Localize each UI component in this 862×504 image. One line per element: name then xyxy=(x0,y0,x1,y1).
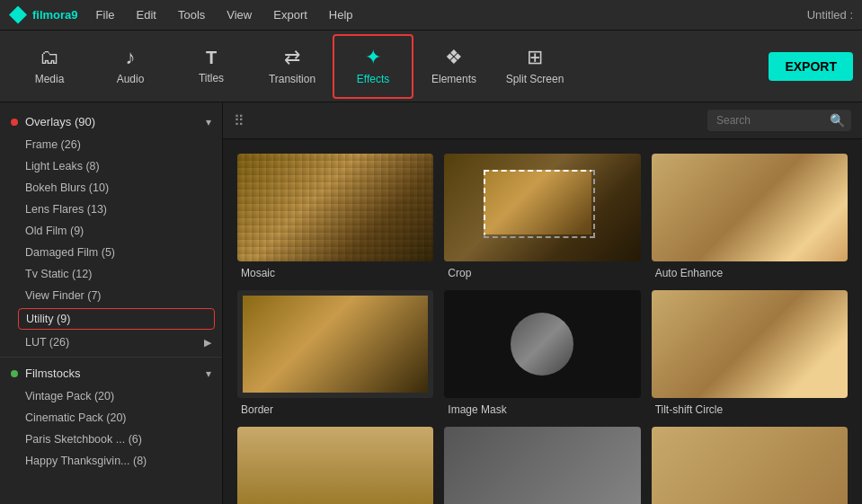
menu-export[interactable]: Export xyxy=(270,6,311,23)
menu-view[interactable]: View xyxy=(223,6,255,23)
content-area: ⠿ 🔍 Mosaic Crop Auto Enhance xyxy=(223,102,862,504)
overlays-chevron: ▾ xyxy=(206,116,211,128)
toolbar: 🗂 Media ♪ Audio T Titles ⇄ Transition ✦ … xyxy=(0,31,862,102)
effect-label-crop: Crop xyxy=(444,267,471,279)
overlays-dot xyxy=(11,119,18,126)
titles-icon: T xyxy=(206,49,217,66)
toolbar-audio-label: Audio xyxy=(117,73,145,85)
search-icon[interactable]: 🔍 xyxy=(830,113,845,128)
export-button[interactable]: EXPORT xyxy=(769,52,853,81)
toolbar-split-screen[interactable]: ⊞ Split Screen xyxy=(494,34,575,99)
effect-card-partial1[interactable] xyxy=(237,427,433,504)
menu-help[interactable]: Help xyxy=(325,6,357,23)
sidebar-item-tv-static[interactable]: Tv Static (12) xyxy=(0,263,222,285)
grid-view-icon[interactable]: ⠿ xyxy=(234,112,244,129)
effect-thumb-border xyxy=(237,290,433,398)
audio-icon: ♪ xyxy=(126,48,136,67)
sidebar-section-filmstocks[interactable]: Filmstocks ▾ xyxy=(0,361,222,385)
effect-thumb-crop xyxy=(444,154,640,261)
sidebar-item-frame[interactable]: Frame (26) xyxy=(0,134,222,155)
effect-card-partial3[interactable] xyxy=(652,427,848,504)
menu-file[interactable]: File xyxy=(93,6,119,23)
content-toolbar: ⠿ 🔍 xyxy=(223,102,862,139)
sidebar-item-light-leaks[interactable]: Light Leaks (8) xyxy=(0,155,222,177)
toolbar-transition-label: Transition xyxy=(269,73,315,85)
effect-card-crop[interactable]: Crop xyxy=(444,154,640,279)
sidebar-item-damaged-film[interactable]: Damaged Film (5) xyxy=(0,242,222,263)
sidebar-item-vintage-pack[interactable]: Vintage Pack (20) xyxy=(0,385,222,407)
menu-tools[interactable]: Tools xyxy=(174,6,209,23)
app-name: filmora9 xyxy=(32,8,78,22)
effect-card-auto-enhance[interactable]: Auto Enhance xyxy=(652,154,848,279)
effects-grid: Mosaic Crop Auto Enhance Border xyxy=(223,139,862,504)
filmstocks-label: Filmstocks xyxy=(25,367,80,380)
sidebar-item-cinematic-pack[interactable]: Cinematic Pack (20) xyxy=(0,407,222,429)
split-screen-icon: ⊞ xyxy=(527,48,543,67)
menu-edit[interactable]: Edit xyxy=(133,6,160,23)
toolbar-split-screen-label: Split Screen xyxy=(506,73,564,85)
app-logo: filmora9 xyxy=(9,6,78,24)
window-title: Untitled : xyxy=(807,8,853,22)
overlays-label: Overlays (90) xyxy=(25,115,95,128)
sidebar-item-old-film[interactable]: Old Film (9) xyxy=(0,220,222,242)
toolbar-audio[interactable]: ♪ Audio xyxy=(90,34,171,99)
menu-bar: filmora9 File Edit Tools View Export Hel… xyxy=(0,0,862,31)
sidebar-item-view-finder[interactable]: View Finder (7) xyxy=(0,285,222,306)
search-box: 🔍 xyxy=(707,110,851,131)
main-layout: Overlays (90) ▾ Frame (26) Light Leaks (… xyxy=(0,102,862,504)
logo-icon xyxy=(9,6,27,24)
effect-card-image-mask[interactable]: Image Mask xyxy=(444,290,640,416)
effect-thumb-image-mask xyxy=(444,290,640,398)
toolbar-media[interactable]: 🗂 Media xyxy=(9,34,90,99)
toolbar-titles[interactable]: T Titles xyxy=(171,34,252,99)
sidebar-item-bokeh-blurs[interactable]: Bokeh Blurs (10) xyxy=(0,177,222,199)
sidebar-item-utility[interactable]: Utility (9) xyxy=(18,308,215,330)
lut-arrow: ▶ xyxy=(204,337,211,349)
effect-thumb-partial2 xyxy=(444,427,640,504)
effect-card-mosaic[interactable]: Mosaic xyxy=(237,154,433,279)
filmstocks-chevron: ▾ xyxy=(206,367,211,380)
effect-card-border[interactable]: Border xyxy=(237,290,433,416)
effect-card-tilt-shift[interactable]: Tilt-shift Circle xyxy=(652,290,848,416)
sidebar-item-lens-flares[interactable]: Lens Flares (13) xyxy=(0,199,222,220)
sidebar-item-happy-thanksgiving[interactable]: Happy Thanksgivin... (8) xyxy=(0,450,222,472)
circle-mask xyxy=(511,313,573,376)
effect-label-mosaic: Mosaic xyxy=(237,267,275,279)
effect-label-image-mask: Image Mask xyxy=(444,403,506,416)
sidebar-item-lut[interactable]: LUT (26) ▶ xyxy=(0,332,222,353)
toolbar-elements[interactable]: ❖ Elements xyxy=(413,34,494,99)
toolbar-effects-label: Effects xyxy=(357,73,389,85)
filmstocks-dot xyxy=(11,370,18,377)
effect-label-border: Border xyxy=(237,403,273,416)
effect-thumb-partial1 xyxy=(237,427,433,504)
effect-thumb-tilt-shift xyxy=(652,290,848,398)
toolbar-titles-label: Titles xyxy=(199,72,224,84)
sidebar-item-paris-sketchbook[interactable]: Paris Sketchbook ... (6) xyxy=(0,429,222,450)
effect-label-auto-enhance: Auto Enhance xyxy=(652,267,723,279)
effect-thumb-auto-enhance xyxy=(652,154,848,261)
effect-card-partial2[interactable] xyxy=(444,427,640,504)
media-icon: 🗂 xyxy=(40,48,59,67)
effect-label-tilt-shift: Tilt-shift Circle xyxy=(652,403,724,416)
toolbar-elements-label: Elements xyxy=(431,73,476,85)
sidebar: Overlays (90) ▾ Frame (26) Light Leaks (… xyxy=(0,102,223,504)
effect-thumb-partial3 xyxy=(652,427,848,504)
elements-icon: ❖ xyxy=(445,48,463,67)
toolbar-transition[interactable]: ⇄ Transition xyxy=(252,34,333,99)
sidebar-section-overlays[interactable]: Overlays (90) ▾ xyxy=(0,110,222,134)
search-input[interactable] xyxy=(716,114,824,127)
toolbar-effects[interactable]: ✦ Effects xyxy=(333,34,413,99)
sidebar-divider xyxy=(0,357,222,358)
transition-icon: ⇄ xyxy=(284,48,300,67)
toolbar-media-label: Media xyxy=(35,73,65,85)
effect-thumb-mosaic xyxy=(237,154,433,261)
effects-icon: ✦ xyxy=(365,48,381,67)
